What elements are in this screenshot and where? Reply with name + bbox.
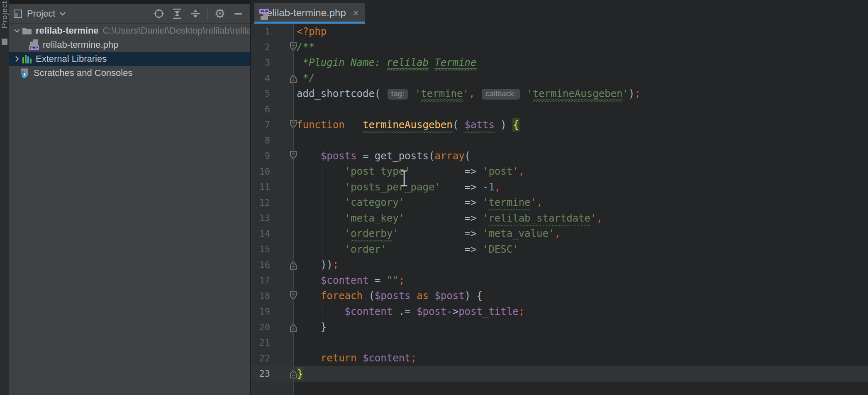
line-number: 9	[251, 148, 270, 164]
line-number: 4	[251, 71, 270, 86]
code-text: <?php	[297, 26, 327, 37]
code-token: }	[297, 321, 327, 333]
stripe-project-label[interactable]: Project	[0, 1, 9, 28]
code-token	[297, 197, 345, 208]
scratches-icon: »	[20, 68, 30, 78]
code-line[interactable]: 20 }	[251, 319, 868, 335]
chevron-down-icon[interactable]	[59, 12, 66, 16]
settings-button[interactable]: ⚙	[214, 7, 226, 20]
minus-icon	[234, 13, 242, 15]
code-line[interactable]: 15 'order' => 'DESC'	[251, 241, 868, 257]
code-token: =>	[465, 228, 483, 239]
close-icon[interactable]: ×	[353, 7, 359, 18]
code-line[interactable]: 13 'meta_key' => 'relilab_startdate',	[251, 210, 868, 226]
param-hint-chip: callback:	[482, 89, 520, 100]
expand-all-button[interactable]	[171, 7, 183, 20]
code-line[interactable]: 11 'posts_per_page' => -1,	[251, 179, 868, 195]
code-token: .=	[393, 306, 417, 317]
code-line[interactable]: 23}	[251, 366, 868, 382]
code-token: '	[345, 228, 351, 239]
code-line[interactable]: 3 *Plugin Name: relilab Termine	[251, 55, 868, 71]
locate-file-button[interactable]	[153, 7, 165, 20]
code-line[interactable]: 4 */	[251, 71, 868, 86]
code-token	[441, 181, 465, 193]
code-line[interactable]: 18 foreach ($posts as $post) {	[251, 288, 868, 304]
code-line[interactable]: 6	[251, 102, 868, 117]
code-line[interactable]: 16 ));	[251, 257, 868, 273]
code-token: ,	[597, 212, 602, 224]
tab-relilab-termine-php[interactable]: PHP relilab-termine.php ×	[254, 3, 365, 24]
collapse-all-button[interactable]	[189, 7, 202, 20]
code-token: termine	[488, 197, 530, 208]
code-token: termineAusgeben	[363, 119, 453, 131]
gutter-cell: 21	[251, 335, 297, 351]
line-number: 21	[251, 335, 270, 351]
code-token	[429, 290, 434, 302]
gutter-cell: 12	[251, 195, 297, 211]
tree-row-external-libraries[interactable]: External Libraries	[9, 52, 250, 66]
code-line[interactable]: 5add_shortcode( tag: 'termine', callback…	[251, 86, 868, 102]
code-text: *Plugin Name: relilab Termine	[297, 57, 477, 68]
code-token	[409, 88, 414, 100]
code-line[interactable]: 10 'post_type' => 'post',	[251, 164, 868, 180]
code-token	[345, 119, 363, 131]
line-number: 23	[251, 366, 270, 382]
code-token	[405, 212, 465, 224]
code-line[interactable]: 2/**	[251, 39, 868, 55]
code-token	[297, 228, 345, 239]
code-token: =>	[465, 166, 483, 177]
code-token: (	[363, 290, 375, 302]
code-line[interactable]: 1<?php	[251, 24, 868, 39]
tree-row-project-root[interactable]: relilab-termine C:\Users\Daniel\Desktop\…	[9, 24, 250, 38]
code-token: {	[512, 118, 519, 132]
chevron-down-icon[interactable]	[12, 29, 22, 33]
tree-row-php-file[interactable]: PHP relilab-termine.php	[9, 38, 250, 52]
text-cursor-ibeam	[399, 170, 409, 187]
project-panel-title[interactable]: Project	[27, 8, 55, 19]
code-token: relilab	[387, 57, 429, 69]
code-line[interactable]: 9 $posts = get_posts(array(	[251, 148, 868, 164]
code-token: (	[375, 88, 387, 100]
gutter-cell: 18	[251, 288, 297, 304]
hide-panel-button[interactable]	[232, 7, 244, 20]
code-text: $content .= $post->post_title;	[297, 306, 524, 317]
tree-row-scratches[interactable]: » Scratches and Consoles	[9, 66, 250, 80]
code-token: $post	[417, 306, 446, 317]
external-libraries-icon	[22, 54, 32, 63]
code-token	[521, 88, 527, 100]
gutter-cell: 8	[251, 133, 297, 149]
line-number: 22	[251, 351, 270, 366]
code-token: ,	[469, 88, 475, 100]
code-token: '	[527, 88, 532, 100]
code-line[interactable]: 8	[251, 133, 868, 149]
code-token: )	[495, 119, 512, 131]
gutter-cell: 16	[251, 257, 297, 273]
code-token: )	[629, 88, 634, 100]
tool-window-square-icon[interactable]	[2, 39, 7, 45]
line-number: 8	[251, 133, 270, 149]
project-panel-header: Project	[9, 4, 250, 24]
code-line[interactable]: 12 'category' => 'termine',	[251, 195, 868, 211]
chevron-right-icon[interactable]	[12, 56, 22, 62]
code-line[interactable]: 21	[251, 335, 868, 351]
code-token: ;	[634, 88, 640, 100]
toolbar-separator	[207, 7, 208, 20]
code-line[interactable]: 7function termineAusgeben( $atts ) {	[251, 117, 868, 133]
line-number: 7	[251, 117, 270, 133]
code-editor[interactable]: 1<?php2/**3 *Plugin Name: relilab Termin…	[251, 24, 868, 395]
code-token: <?php	[297, 26, 327, 37]
code-line[interactable]: 19 $content .= $post->post_title;	[251, 304, 868, 319]
code-line[interactable]: 14 'orderby' => 'meta_value',	[251, 226, 868, 242]
code-token: orderby	[351, 228, 393, 239]
code-token: '	[483, 212, 488, 224]
code-line[interactable]: 22 return $content;	[251, 351, 868, 366]
code-token: $content	[363, 352, 411, 364]
gutter-cell: 13	[251, 210, 297, 226]
scratches-label: Scratches and Consoles	[34, 68, 132, 78]
project-root-path: C:\Users\Daniel\Desktop\relilab\relilab-…	[103, 25, 250, 36]
code-token: ;	[519, 306, 524, 317]
line-number: 10	[251, 164, 270, 180]
code-text: $content = "";	[297, 275, 405, 286]
gutter-cell: 10	[251, 164, 297, 180]
code-line[interactable]: 17 $content = "";	[251, 273, 868, 288]
